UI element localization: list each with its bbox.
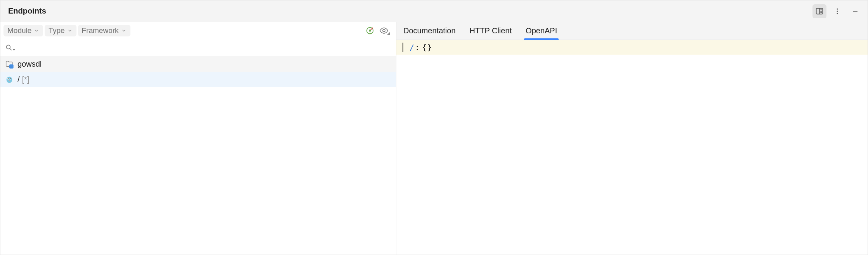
chevron-down-icon bbox=[121, 28, 127, 33]
tab-openapi-label: OpenAPI bbox=[526, 26, 557, 35]
filter-module-label: Module bbox=[7, 26, 31, 35]
go-gopher-icon bbox=[5, 75, 14, 84]
titlebar-actions bbox=[812, 4, 862, 18]
search-row[interactable] bbox=[0, 39, 396, 56]
endpoint-tree: gowsdl / [*] bbox=[0, 56, 396, 255]
svg-rect-17 bbox=[9, 64, 14, 69]
module-group-row[interactable]: gowsdl bbox=[0, 56, 396, 72]
left-pane: Module Type Framework bbox=[0, 22, 396, 255]
filter-framework-label: Framework bbox=[82, 26, 119, 35]
svg-point-22 bbox=[10, 78, 11, 79]
filter-framework-dropdown[interactable]: Framework bbox=[78, 25, 130, 36]
svg-point-14 bbox=[6, 45, 10, 49]
filter-type-dropdown[interactable]: Type bbox=[45, 25, 76, 36]
tool-window-title: Endpoints bbox=[8, 7, 46, 16]
tab-openapi[interactable]: OpenAPI bbox=[524, 22, 559, 40]
openapi-body: {} bbox=[422, 43, 432, 52]
svg-point-18 bbox=[7, 77, 12, 83]
kebab-icon bbox=[833, 7, 841, 15]
endpoints-tool-window: Endpoints bbox=[0, 0, 868, 255]
layout-split-icon bbox=[815, 7, 824, 16]
svg-marker-16 bbox=[13, 49, 16, 50]
openapi-code-line: / : {} bbox=[396, 40, 868, 55]
tab-documentation[interactable]: Documentation bbox=[402, 22, 457, 40]
filter-type-label: Type bbox=[49, 26, 64, 35]
svg-line-15 bbox=[10, 48, 12, 50]
more-options-button[interactable] bbox=[830, 4, 844, 18]
filter-module-dropdown[interactable]: Module bbox=[3, 25, 43, 36]
detail-tabs: Documentation HTTP Client OpenAPI bbox=[396, 22, 868, 40]
module-folder-icon bbox=[5, 60, 14, 68]
chevron-down-icon bbox=[12, 48, 16, 52]
svg-point-23 bbox=[9, 80, 10, 81]
svg-point-12 bbox=[383, 29, 385, 32]
filter-bar: Module Type Framework bbox=[0, 22, 396, 39]
chevron-down-icon bbox=[67, 28, 73, 33]
openapi-editor[interactable]: / : {} bbox=[396, 40, 868, 255]
body-split: Module Type Framework bbox=[0, 22, 868, 255]
minimize-tool-window-button[interactable] bbox=[848, 4, 862, 18]
configure-openapi-button[interactable] bbox=[363, 24, 377, 37]
openapi-colon: : bbox=[415, 43, 420, 52]
svg-point-7 bbox=[837, 13, 838, 14]
search-input[interactable] bbox=[18, 43, 391, 52]
toggle-details-pane-button[interactable] bbox=[812, 4, 826, 18]
endpoint-methods: [*] bbox=[22, 75, 30, 84]
module-group-label: gowsdl bbox=[17, 60, 42, 69]
text-caret bbox=[403, 43, 403, 52]
openapi-path-key: / bbox=[410, 43, 414, 52]
openapi-icon bbox=[366, 26, 374, 35]
svg-point-5 bbox=[837, 8, 838, 9]
minimize-icon bbox=[851, 7, 859, 15]
show-hidden-button[interactable] bbox=[378, 24, 391, 37]
endpoint-path: / bbox=[17, 75, 20, 84]
tab-http-client[interactable]: HTTP Client bbox=[468, 22, 514, 40]
tab-http-client-label: HTTP Client bbox=[470, 26, 512, 35]
svg-point-21 bbox=[8, 78, 9, 79]
titlebar: Endpoints bbox=[0, 0, 868, 22]
endpoint-row[interactable]: / [*] bbox=[0, 72, 396, 87]
tab-documentation-label: Documentation bbox=[403, 26, 456, 35]
search-icon bbox=[5, 44, 13, 52]
svg-point-6 bbox=[837, 10, 838, 12]
expand-corner-icon bbox=[387, 32, 390, 35]
svg-marker-13 bbox=[387, 32, 390, 35]
chevron-down-icon bbox=[34, 28, 39, 33]
right-pane: Documentation HTTP Client OpenAPI / : {} bbox=[396, 22, 868, 255]
